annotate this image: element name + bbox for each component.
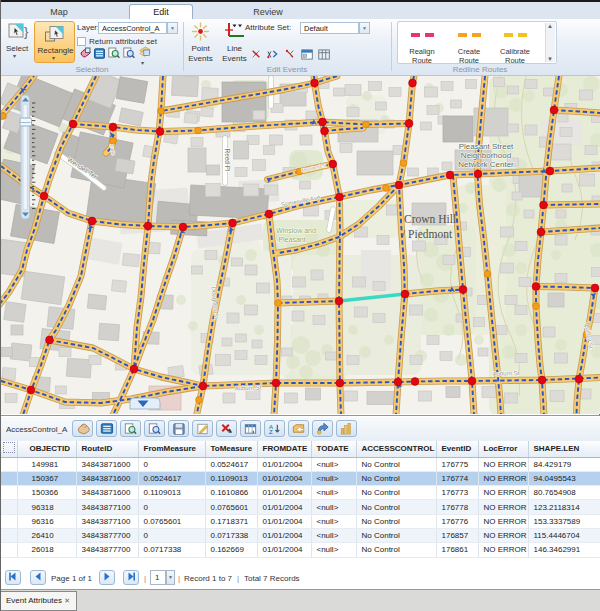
svg-text:Crown Hill: Crown Hill [404, 213, 456, 225]
svg-text:Reed Pl: Reed Pl [224, 148, 231, 172]
svg-text:Pleasant Street: Pleasant Street [459, 142, 514, 151]
svg-text:Pleasant: Pleasant [278, 236, 305, 243]
svg-text:Auburn St: Auburn St [234, 385, 261, 392]
svg-text:Neighborhood: Neighborhood [461, 151, 511, 160]
svg-text:/ Piedmont: / Piedmont [402, 228, 453, 240]
svg-text:Winslow and: Winslow and [276, 227, 316, 234]
svg-text:Network Center: Network Center [458, 160, 514, 169]
svg-text:Z: Z [269, 428, 273, 435]
svg-text:Auburn St: Auburn St [493, 370, 520, 376]
svg-text:}: } [24, 24, 29, 39]
